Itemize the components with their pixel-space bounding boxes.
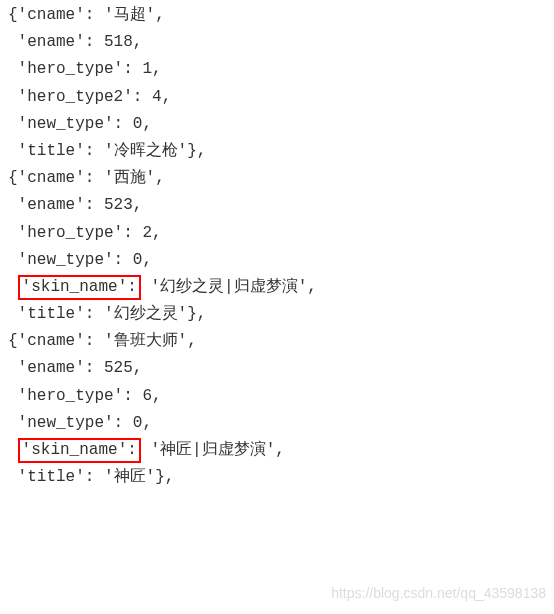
code-line: 'new_type': 0, bbox=[8, 111, 546, 138]
code-block: {'cname': '马超', 'ename': 518, 'hero_type… bbox=[0, 0, 554, 493]
watermark: https://blog.csdn.net/qq_43598138 bbox=[331, 582, 546, 606]
code-line: {'cname': '马超', bbox=[8, 2, 546, 29]
code-line: 'hero_type': 2, bbox=[8, 220, 546, 247]
highlighted-key: 'skin_name': bbox=[18, 275, 141, 300]
code-line: {'cname': '鲁班大师', bbox=[8, 328, 546, 355]
code-line: 'title': '幻纱之灵'}, bbox=[8, 301, 546, 328]
code-line: 'hero_type': 1, bbox=[8, 56, 546, 83]
code-line: 'skin_name': '神匠|归虚梦演', bbox=[8, 437, 546, 464]
code-line: 'ename': 525, bbox=[8, 355, 546, 382]
code-line: {'cname': '西施', bbox=[8, 165, 546, 192]
highlighted-key: 'skin_name': bbox=[18, 438, 141, 463]
code-line: 'new_type': 0, bbox=[8, 410, 546, 437]
code-line: 'ename': 518, bbox=[8, 29, 546, 56]
code-line: 'new_type': 0, bbox=[8, 247, 546, 274]
code-line: 'hero_type': 6, bbox=[8, 383, 546, 410]
code-line: 'title': '神匠'}, bbox=[8, 464, 546, 491]
code-line: 'hero_type2': 4, bbox=[8, 84, 546, 111]
code-line: 'ename': 523, bbox=[8, 192, 546, 219]
code-line: 'skin_name': '幻纱之灵|归虚梦演', bbox=[8, 274, 546, 301]
code-line: 'title': '冷晖之枪'}, bbox=[8, 138, 546, 165]
